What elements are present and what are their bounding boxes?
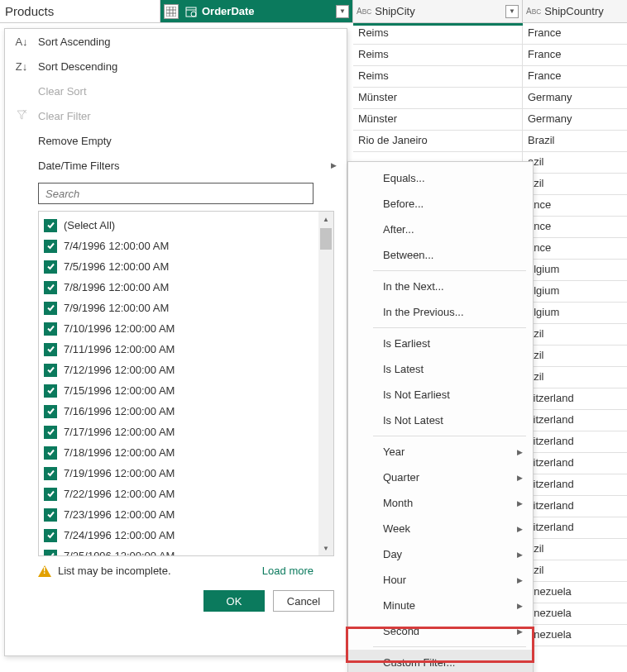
remove-empty[interactable]: Remove Empty [5, 128, 347, 153]
search-box[interactable] [38, 183, 314, 204]
checkbox-icon[interactable] [44, 529, 57, 542]
checkbox-icon[interactable] [44, 343, 57, 356]
cell-shipcountry[interactable]: azil [523, 367, 627, 388]
column-header-shipcity[interactable]: ABC ShipCity ▼ [353, 0, 523, 22]
filter-second[interactable]: Second▶ [348, 618, 533, 644]
filter-value-row[interactable]: 7/23/1996 12:00:00 AM [44, 504, 314, 525]
cell-shipcountry[interactable]: vitzerland [523, 410, 627, 431]
cell-shipcountry[interactable]: elgium [523, 303, 627, 324]
checkbox-icon[interactable] [44, 302, 57, 315]
filter-is-not-latest[interactable]: Is Not Latest [348, 407, 533, 433]
checkbox-icon[interactable] [44, 384, 57, 398]
cell-shipcountry[interactable]: enezuela [523, 582, 627, 603]
column-header-shipcountry[interactable]: ABC ShipCountry [523, 0, 627, 22]
filter-week[interactable]: Week▶ [348, 516, 533, 541]
cell-shipcountry[interactable]: elgium [523, 260, 627, 281]
cell-shipcountry[interactable]: ance [523, 217, 627, 238]
sort-ascending[interactable]: A↓ Sort Ascending [5, 29, 347, 54]
checkbox-icon[interactable] [44, 446, 57, 460]
select-all-row[interactable]: (Select All) [44, 215, 314, 236]
filter-value-row[interactable]: 7/22/1996 12:00:00 AM [44, 484, 314, 504]
cell-shipcountry[interactable]: enezuela [523, 625, 627, 646]
scroll-thumb[interactable] [320, 228, 332, 250]
cell-shipcountry[interactable]: vitzerland [523, 388, 627, 410]
filter-quarter[interactable]: Quarter▶ [348, 465, 533, 490]
checkbox-icon[interactable] [44, 508, 57, 522]
dropdown-button[interactable]: ▼ [505, 5, 519, 18]
checkbox-icon[interactable] [44, 364, 57, 377]
filter-value-row[interactable]: 7/5/1996 12:00:00 AM [44, 256, 314, 277]
checkbox-icon[interactable] [44, 260, 57, 274]
filter-is-not-earliest[interactable]: Is Not Earliest [348, 382, 533, 407]
ok-button[interactable]: OK [203, 590, 265, 612]
column-header-products[interactable]: Products [0, 0, 160, 22]
filter-value-row[interactable]: 7/15/1996 12:00:00 AM [44, 380, 314, 401]
cell-shipcountry[interactable]: vitzerland [523, 474, 627, 496]
filter-after[interactable]: After... [348, 217, 533, 242]
filter-value-row[interactable]: 7/8/1996 12:00:00 AM [44, 277, 314, 298]
filter-value-row[interactable]: 7/9/1996 12:00:00 AM [44, 298, 314, 318]
cell-shipcountry[interactable]: azil [523, 152, 627, 174]
cell-shipcountry[interactable]: azil [523, 324, 627, 346]
filter-equals[interactable]: Equals... [348, 165, 533, 191]
cell-shipcity[interactable]: Münster [353, 109, 523, 131]
dropdown-button[interactable]: ▼ [336, 5, 349, 18]
column-header-orderdate[interactable]: OrderDate ▼ [160, 0, 353, 22]
cell-shipcountry[interactable]: enezuela [523, 603, 627, 625]
search-input[interactable] [39, 183, 313, 203]
filter-value-row[interactable]: 7/17/1996 12:00:00 AM [44, 422, 314, 442]
cell-shipcountry[interactable]: vitzerland [523, 431, 627, 453]
cell-shipcountry[interactable]: vitzerland [523, 496, 627, 517]
filter-value-row[interactable]: 7/25/1996 12:00:00 AM [44, 546, 314, 555]
cell-shipcountry[interactable]: France [523, 23, 627, 45]
filter-value-row[interactable]: 7/12/1996 12:00:00 AM [44, 360, 314, 380]
checkbox-icon[interactable] [44, 467, 57, 480]
cancel-button[interactable]: Cancel [273, 590, 334, 612]
cell-shipcity[interactable]: Reims [353, 23, 523, 45]
cell-shipcountry[interactable]: vitzerland [523, 517, 627, 539]
filter-month[interactable]: Month▶ [348, 490, 533, 516]
filter-in-next[interactable]: In the Next... [348, 274, 533, 299]
cell-shipcountry[interactable]: ance [523, 195, 627, 217]
cell-shipcity[interactable]: Reims [353, 66, 523, 88]
checkbox-icon[interactable] [44, 488, 57, 501]
filter-hour[interactable]: Hour▶ [348, 567, 533, 593]
cell-shipcountry[interactable]: Germany [523, 88, 627, 109]
cell-shipcountry[interactable]: azil [523, 560, 627, 582]
checkbox-icon[interactable] [44, 240, 57, 253]
filter-custom[interactable]: Custom Filter... [348, 650, 533, 672]
filter-value-row[interactable]: 7/10/1996 12:00:00 AM [44, 318, 314, 339]
cell-shipcity[interactable]: Reims [353, 45, 523, 66]
filter-day[interactable]: Day▶ [348, 541, 533, 567]
cell-shipcountry[interactable]: vitzerland [523, 453, 627, 474]
cell-shipcountry[interactable]: ance [523, 238, 627, 260]
checkbox-icon[interactable] [44, 322, 57, 336]
cell-shipcountry[interactable]: azil [523, 346, 627, 367]
filter-value-row[interactable]: 7/16/1996 12:00:00 AM [44, 401, 314, 422]
cell-shipcountry[interactable]: azil [523, 174, 627, 195]
checkbox-icon[interactable] [44, 405, 57, 418]
scroll-up-icon[interactable]: ▲ [318, 212, 333, 226]
checkbox-icon[interactable] [44, 550, 57, 556]
filter-value-row[interactable]: 7/4/1996 12:00:00 AM [44, 236, 314, 256]
filter-before[interactable]: Before... [348, 191, 533, 217]
checkbox-icon[interactable] [44, 426, 57, 439]
cell-shipcity[interactable]: Rio de Janeiro [353, 131, 523, 152]
filter-is-earliest[interactable]: Is Earliest [348, 331, 533, 356]
filter-value-row[interactable]: 7/24/1996 12:00:00 AM [44, 525, 314, 546]
filter-value-row[interactable]: 7/19/1996 12:00:00 AM [44, 463, 314, 484]
scroll-down-icon[interactable]: ▼ [318, 541, 333, 555]
cell-shipcountry[interactable]: France [523, 66, 627, 88]
cell-shipcountry[interactable]: elgium [523, 281, 627, 303]
filter-is-latest[interactable]: Is Latest [348, 356, 533, 382]
checkbox-icon[interactable] [44, 281, 57, 294]
cell-shipcountry[interactable]: azil [523, 539, 627, 560]
cell-shipcountry[interactable]: Brazil [523, 131, 627, 152]
load-more-link[interactable]: Load more [262, 565, 314, 577]
filter-minute[interactable]: Minute▶ [348, 593, 533, 618]
filter-value-row[interactable]: 7/11/1996 12:00:00 AM [44, 339, 314, 360]
datetime-filters[interactable]: Date/Time Filters ▶ [5, 153, 347, 178]
filter-in-previous[interactable]: In the Previous... [348, 299, 533, 325]
filter-between[interactable]: Between... [348, 242, 533, 268]
cell-shipcity[interactable]: Münster [353, 88, 523, 109]
